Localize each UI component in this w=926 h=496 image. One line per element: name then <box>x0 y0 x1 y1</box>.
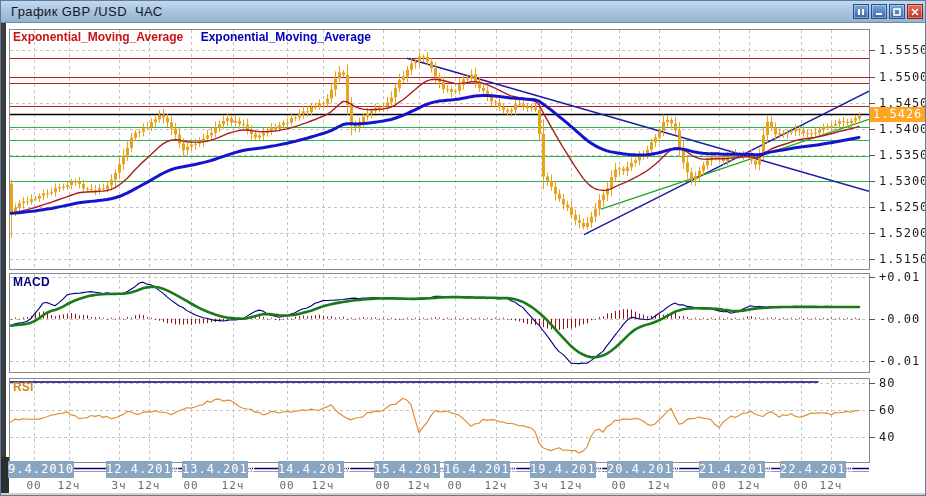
price-axis-label: 1.5400 <box>879 122 926 136</box>
time-label: 12ч <box>551 479 591 492</box>
maximize-button[interactable] <box>889 4 905 19</box>
date-badge: 22.4.2010 <box>780 461 846 478</box>
split-button[interactable] <box>853 4 869 19</box>
date-badge: 16.4.2010 <box>444 461 510 478</box>
macd-panel-label: MACD <box>13 275 50 289</box>
macd-axis-label: +0.01 <box>879 270 920 284</box>
time-label: 12ч <box>729 479 769 492</box>
price-axis-label: 1.5250 <box>879 200 926 214</box>
title-bar[interactable]: График GBP /USD ЧАС <box>1 1 926 23</box>
time-label: 00 <box>599 479 639 492</box>
rsi-panel-label: RSI <box>13 380 34 394</box>
rsi-axis-label: 80 <box>879 376 895 390</box>
date-badge: 21.4.2010 <box>699 461 765 478</box>
split-icon <box>857 8 865 16</box>
price-axis-label: 1.5500 <box>879 70 926 84</box>
close-button[interactable] <box>907 4 923 19</box>
time-label: 00 <box>363 479 403 492</box>
time-label: 00 <box>267 479 307 492</box>
price-axis-label: 1.5200 <box>879 226 926 240</box>
price-axis-label: 1.5550 <box>879 43 926 57</box>
chart-window: График GBP /USD ЧАС Exponential_Moving_A… <box>0 0 926 496</box>
rsi-axis-label: 40 <box>879 430 895 444</box>
close-icon <box>911 8 919 16</box>
time-label: 12ч <box>129 479 169 492</box>
date-badge: 19.4.2010 <box>530 461 596 478</box>
date-badge: 15.4.2010 <box>374 461 440 478</box>
time-label: 00 <box>435 479 475 492</box>
date-badge: 13.4.2010 <box>182 461 248 478</box>
legend-ema-slow[interactable]: Exponential_Moving_Average <box>201 30 371 44</box>
time-label: 12ч <box>639 479 679 492</box>
time-label: 12ч <box>303 479 343 492</box>
price-axis-label: 1.5350 <box>879 148 926 162</box>
time-label: 12ч <box>49 479 89 492</box>
price-axis-label: 1.5300 <box>879 174 926 188</box>
time-label: 00 <box>14 479 54 492</box>
chart-canvas[interactable] <box>1 1 926 496</box>
time-label: 12ч <box>399 479 439 492</box>
minimize-icon <box>875 8 883 16</box>
price-axis-label: 1.5150 <box>879 252 926 266</box>
maximize-icon <box>893 8 901 16</box>
time-label: 12ч <box>811 479 851 492</box>
current-price-badge: 1.5426 <box>870 107 926 122</box>
date-badge: 20.4.2010 <box>607 461 673 478</box>
date-badge: 9.4.2010 <box>8 461 74 478</box>
rsi-axis-label: 60 <box>879 403 895 417</box>
indicator-legend: Exponential_Moving_Average Exponential_M… <box>13 30 385 44</box>
legend-ema-fast[interactable]: Exponential_Moving_Average <box>13 30 183 44</box>
date-badge: 14.4.2010 <box>278 461 344 478</box>
window-title: График GBP /USD ЧАС <box>11 4 163 19</box>
time-label: 00 <box>171 479 211 492</box>
minimize-button[interactable] <box>871 4 887 19</box>
time-label: 12ч <box>213 479 253 492</box>
macd-axis-label: -0.00 <box>879 312 920 326</box>
window-buttons <box>853 4 923 19</box>
time-label: 12ч <box>476 479 516 492</box>
macd-axis-label: -0.01 <box>879 354 920 368</box>
date-badge: 12.4.2010 <box>106 461 172 478</box>
